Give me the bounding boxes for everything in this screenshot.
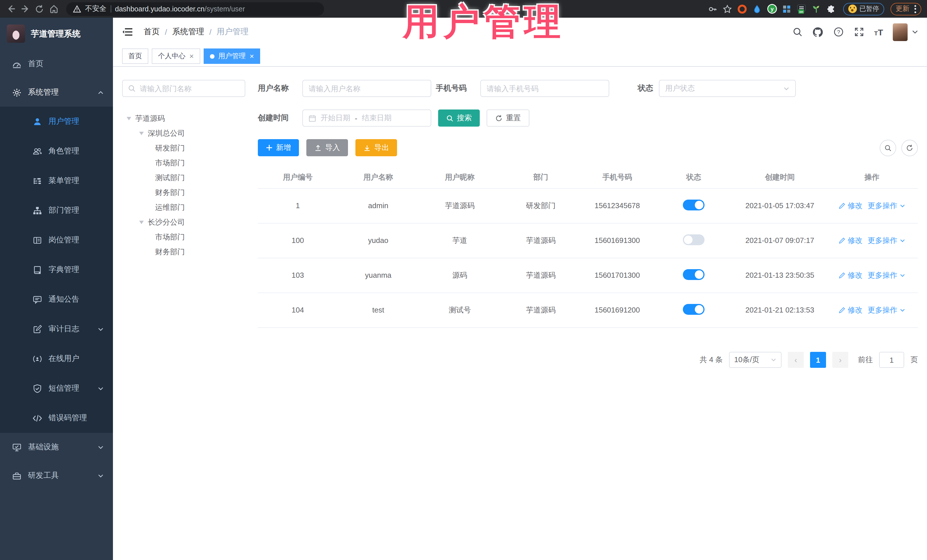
username-input[interactable] [308,84,425,93]
sidebar-item-sms-management[interactable]: 短信管理 [0,373,113,403]
app-logo-row[interactable]: 芋道管理系统 [0,18,113,50]
page-1-button[interactable]: 1 [810,352,826,368]
more-actions-link[interactable]: 更多操作 [868,235,905,246]
extensions-puzzle-icon[interactable] [826,3,837,14]
tree-caret-icon[interactable] [139,132,144,135]
tree-node[interactable]: 市场部门 [122,230,246,244]
import-button[interactable]: 导入 [306,139,348,156]
tree-node[interactable]: 芋道源码 [122,111,246,126]
dept-search-input[interactable] [140,84,231,93]
prev-page-button[interactable]: ‹ [788,352,804,368]
extension-green-circle-icon[interactable]: y [766,3,777,14]
export-button[interactable]: 导出 [356,139,397,156]
reset-button[interactable]: 重置 [486,109,529,127]
key-icon[interactable] [707,3,718,14]
mobile-field[interactable] [480,80,609,97]
edit-link[interactable]: 修改 [839,270,863,280]
tree-node[interactable]: 长沙分公司 [122,215,246,230]
font-size-icon[interactable]: TT [874,27,883,37]
goto-page-input[interactable] [879,352,904,368]
sidebar-item-error-code-management[interactable]: 错误码管理 [0,403,113,433]
status-toggle[interactable] [683,304,705,314]
toggle-search-button[interactable] [880,140,896,156]
extension-blue-drop-icon[interactable] [752,3,763,14]
error-code-icon [32,413,42,423]
browser-menu-icon[interactable] [914,5,916,13]
home-icon[interactable] [49,4,59,14]
extension-orange-ring-icon[interactable] [737,3,748,14]
sidebar-item-role-management[interactable]: 角色管理 [0,136,113,166]
extension-list-on-icon[interactable]: on [796,3,807,14]
sidebar-item-audit-log[interactable]: 审计日志 [0,314,113,344]
url-host: dashboard.yudao.iocoder.cn [115,5,205,13]
add-button[interactable]: 新增 [258,139,299,156]
github-icon[interactable] [813,27,824,37]
date-range-picker[interactable]: 开始日期 - 结束日期 [302,109,431,127]
tree-node[interactable]: 财务部门 [122,185,246,200]
hamburger-icon[interactable] [122,27,134,37]
dept-search-box[interactable] [122,80,245,97]
tree-node[interactable]: 深圳总公司 [122,126,246,141]
page-size-select[interactable]: 10条/页 [729,352,781,368]
sidebar-item-notice-management[interactable]: 通知公告 [0,285,113,314]
tab-profile[interactable]: 个人中心 × [152,49,200,64]
status-select[interactable]: 用户状态 [659,80,796,97]
status-toggle[interactable] [683,269,705,280]
more-actions-link[interactable]: 更多操作 [868,200,905,211]
close-icon[interactable]: × [189,52,194,61]
chevron-down-icon [97,326,104,332]
refresh-table-button[interactable] [901,140,918,156]
sidebar-item-infrastructure[interactable]: 基础设施 [0,433,113,461]
sidebar-item-dict-management[interactable]: 字典管理 [0,255,113,285]
sidebar-item-dev-tools[interactable]: 研发工具 [0,461,113,490]
sidebar-item-home[interactable]: 首页 [0,50,113,78]
username-field[interactable] [302,80,431,97]
edit-link[interactable]: 修改 [839,200,863,211]
extension-green-sprout-icon[interactable] [811,3,822,14]
tree-node[interactable]: 测试部门 [122,170,246,185]
tree-node[interactable]: 运维部门 [122,200,246,215]
sidebar-item-dept-management[interactable]: 部门管理 [0,196,113,225]
breadcrumb-system[interactable]: 系统管理 [172,27,204,37]
next-page-button[interactable]: › [832,352,848,368]
browser-update-button[interactable]: 更新 [891,3,921,15]
sidebar-item-system[interactable]: 系统管理 [0,78,113,107]
search-button[interactable]: 搜索 [438,109,480,127]
avatar-caret-icon[interactable] [912,30,918,34]
tree-node[interactable]: 研发部门 [122,141,246,156]
forward-icon[interactable] [20,4,30,14]
tab-home[interactable]: 首页 [122,49,148,64]
edit-link[interactable]: 修改 [839,235,863,246]
status-label: 状态 [638,83,653,94]
tree-caret-icon[interactable] [139,221,144,224]
sidebar-item-label: 菜单管理 [49,176,79,186]
sidebar-item-post-management[interactable]: 岗位管理 [0,225,113,255]
fullscreen-icon[interactable] [854,27,865,37]
sidebar-item-online-users[interactable]: 在线用户 [0,344,113,373]
sidebar-item-user-management[interactable]: 用户管理 [0,107,113,136]
tree-caret-icon[interactable] [127,117,131,120]
address-bar[interactable]: 不安全 dashboard.yudao.iocoder.cn/system/us… [66,2,324,16]
paused-extension-badge[interactable]: 已暂停 [843,3,884,15]
close-icon[interactable]: × [249,52,254,61]
status-toggle[interactable] [683,234,705,245]
mobile-input[interactable] [486,84,603,93]
tree-node[interactable]: 财务部门 [122,244,246,260]
reload-icon[interactable] [34,4,44,14]
header-search-icon[interactable] [792,27,803,37]
edit-link[interactable]: 修改 [839,305,863,315]
help-icon[interactable]: ? [833,27,844,37]
extension-grid-icon[interactable] [781,3,792,14]
back-icon[interactable] [6,4,16,14]
cell-created: 2021-01-05 17:03:47 [734,188,826,223]
user-avatar[interactable] [893,23,907,41]
more-actions-link[interactable]: 更多操作 [868,305,905,315]
sidebar-item-menu-management[interactable]: 菜单管理 [0,166,113,196]
tab-label: 首页 [128,51,142,61]
tab-user-management[interactable]: 用户管理 × [204,49,260,64]
breadcrumb-home[interactable]: 首页 [144,27,160,37]
tree-node[interactable]: 市场部门 [122,156,246,170]
more-actions-link[interactable]: 更多操作 [868,270,905,280]
bookmark-star-icon[interactable] [722,3,733,14]
status-toggle[interactable] [683,199,705,210]
